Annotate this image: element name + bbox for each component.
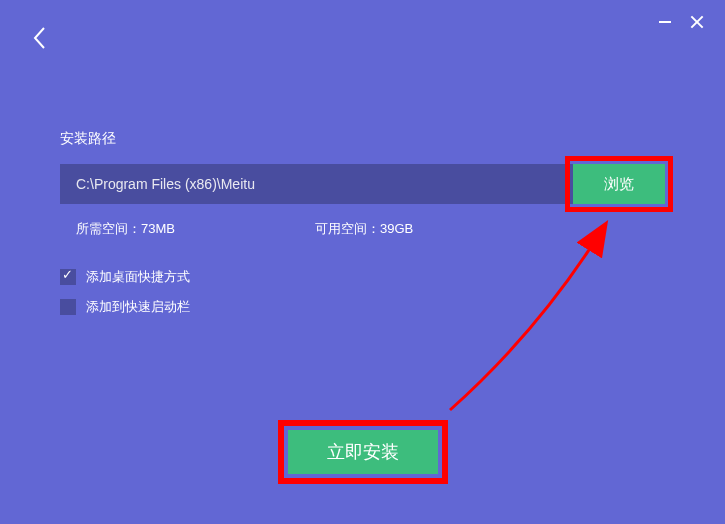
minimize-button[interactable] [657,14,673,30]
checkbox-icon [60,269,76,285]
desktop-shortcut-checkbox[interactable]: 添加桌面快捷方式 [60,268,665,286]
quick-launch-checkbox[interactable]: 添加到快速启动栏 [60,298,665,316]
checkbox-icon [60,299,76,315]
browse-button[interactable]: 浏览 [573,164,665,204]
required-space-text: 所需空间：73MB [76,220,175,238]
close-button[interactable] [689,14,705,30]
checkbox-label: 添加到快速启动栏 [86,298,190,316]
chevron-left-icon [32,26,46,50]
install-now-button[interactable]: 立即安装 [288,430,438,474]
install-path-input[interactable] [60,164,573,204]
back-button[interactable] [32,26,52,56]
install-path-label: 安装路径 [60,130,665,148]
checkbox-label: 添加桌面快捷方式 [86,268,190,286]
available-space-text: 可用空间：39GB [315,220,413,238]
